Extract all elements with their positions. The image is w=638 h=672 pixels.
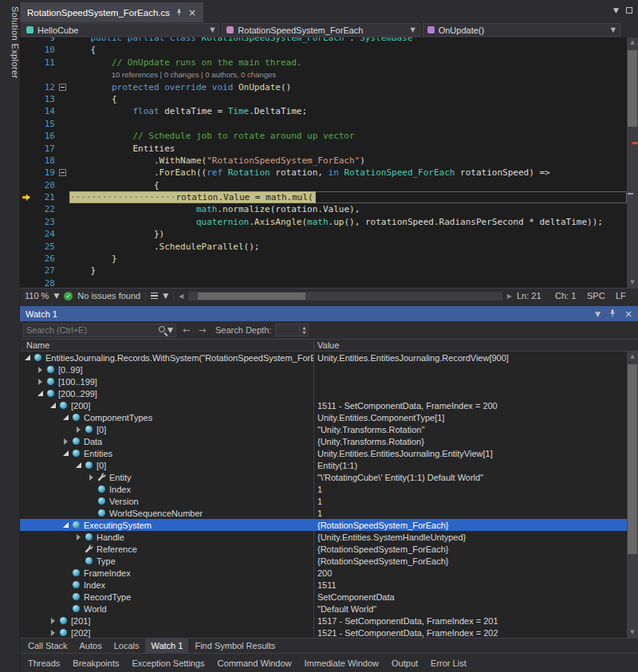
collapse-box-icon[interactable] bbox=[57, 167, 69, 179]
watch-row[interactable]: RecordTypeSetComponentData bbox=[20, 591, 627, 603]
spinner-buttons[interactable]: ▲▼ bbox=[299, 324, 308, 336]
glyph-margin[interactable] bbox=[20, 81, 33, 93]
code-text[interactable]: protected override void OnUpdate() bbox=[69, 81, 627, 93]
expand-icon[interactable] bbox=[73, 534, 83, 540]
code-text[interactable]: quaternion.AxisAngle(math.up(), rotation… bbox=[69, 216, 627, 228]
expand-icon[interactable] bbox=[86, 474, 96, 481]
code-text[interactable]: math.normalize(rotation.Value), bbox=[69, 203, 627, 215]
glyph-margin[interactable] bbox=[20, 253, 33, 265]
zoom-dropdown-icon[interactable]: ▼ bbox=[53, 292, 59, 300]
glyph-margin[interactable] bbox=[20, 155, 33, 167]
watch-value[interactable]: 1 bbox=[314, 485, 627, 494]
watch-value[interactable]: "Unity.Transforms.Rotation" bbox=[314, 425, 627, 434]
solution-explorer-tab[interactable]: Solution Explorer bbox=[0, 0, 20, 79]
watch-value[interactable]: SetComponentData bbox=[314, 592, 627, 602]
watch-row[interactable]: Index1 bbox=[20, 483, 627, 495]
watch-value[interactable]: {RotationSpeedSystem_ForEach} bbox=[314, 544, 627, 554]
expand-icon[interactable] bbox=[35, 367, 45, 373]
watch-value[interactable]: "\'RotatingCube\' Entity(1:1) Default Wo… bbox=[314, 473, 627, 482]
scroll-down-icon[interactable]: ▼ bbox=[627, 277, 638, 288]
code-text[interactable]: } bbox=[69, 265, 627, 277]
watch-value[interactable]: Unity.Entities.EntitiesJournaling.Entity… bbox=[314, 449, 627, 458]
watch-row[interactable]: [201]1517 - SetComponentData, FrameIndex… bbox=[20, 615, 627, 627]
watch-row[interactable]: ExecutingSystem{RotationSpeedSystem_ForE… bbox=[20, 519, 627, 531]
window-position-icon[interactable]: ▼ bbox=[595, 310, 601, 318]
watch-value[interactable]: 200 bbox=[314, 568, 627, 578]
glyph-margin[interactable] bbox=[20, 57, 33, 69]
code-editor[interactable]: 9public partial class RotationSpeedSyste… bbox=[20, 37, 638, 288]
search-options-dropdown-icon[interactable]: ▼ bbox=[167, 326, 173, 334]
scroll-down-icon[interactable]: ▼ bbox=[627, 627, 638, 638]
watch-row[interactable]: EntitiesUnity.Entities.EntitiesJournalin… bbox=[20, 447, 627, 459]
document-health-filter-icon[interactable] bbox=[151, 293, 158, 300]
watch-value[interactable]: {RotationSpeedSystem_ForEach} bbox=[314, 556, 627, 566]
collapse-icon[interactable] bbox=[61, 522, 70, 528]
search-input[interactable] bbox=[26, 325, 158, 335]
window-tab-error-list[interactable]: Error List bbox=[425, 655, 472, 671]
watch-row[interactable]: [200]1511 - SetComponentData, FrameIndex… bbox=[20, 399, 627, 411]
watch-value[interactable]: {Unity.Entities.SystemHandleUntyped} bbox=[314, 532, 627, 542]
expand-icon[interactable] bbox=[48, 618, 57, 624]
code-text[interactable]: Entities bbox=[69, 143, 627, 155]
window-tab-output[interactable]: Output bbox=[386, 655, 423, 671]
watch-value[interactable]: {Unity.Transforms.Rotation} bbox=[314, 437, 627, 446]
column-header-name[interactable]: Name bbox=[20, 340, 314, 351]
collapse-icon[interactable] bbox=[61, 450, 70, 456]
watch-row[interactable]: Version1 bbox=[20, 495, 627, 507]
zoom-level[interactable]: 110 % bbox=[25, 291, 49, 301]
watch-row[interactable]: World"Default World" bbox=[20, 603, 627, 615]
active-files-dropdown-icon[interactable]: ▼ bbox=[613, 6, 619, 14]
code-text[interactable]: 10 references | 0 changes | 0 authors, 0… bbox=[69, 69, 627, 81]
expand-icon[interactable] bbox=[73, 426, 83, 433]
window-tab-threads[interactable]: Threads bbox=[22, 655, 65, 671]
glyph-margin[interactable] bbox=[20, 44, 33, 56]
watch-value[interactable]: Unity.Entities.ComponentType[1] bbox=[314, 413, 627, 422]
spin-down-icon[interactable]: ▼ bbox=[302, 330, 305, 335]
watch-value[interactable]: Entity(1:1) bbox=[314, 461, 627, 470]
watch-row[interactable]: [0..99] bbox=[20, 364, 627, 375]
expand-icon[interactable] bbox=[48, 630, 57, 636]
glyph-margin[interactable] bbox=[20, 265, 33, 277]
glyph-margin[interactable] bbox=[20, 130, 33, 142]
code-text[interactable]: { bbox=[69, 44, 627, 56]
glyph-margin[interactable] bbox=[20, 241, 33, 253]
code-text[interactable]: // OnUpdate runs on the main thread. bbox=[69, 57, 627, 69]
code-text[interactable]: .WithName("RotationSpeedSystem_ForEach") bbox=[69, 155, 627, 167]
code-text[interactable]: } bbox=[69, 253, 627, 265]
pin-icon[interactable] bbox=[175, 8, 183, 18]
code-text[interactable]: public partial class RotationSpeedSystem… bbox=[69, 37, 627, 44]
editor-vertical-scrollbar[interactable]: ▲ ▼ bbox=[627, 37, 638, 288]
scroll-up-icon[interactable]: ▲ bbox=[627, 352, 638, 362]
watch-column-headers[interactable]: Name Value bbox=[20, 339, 638, 352]
collapse-icon[interactable] bbox=[73, 462, 83, 468]
watch-value[interactable]: 1521 - SetComponentData, FrameIndex = 20… bbox=[314, 628, 627, 638]
code-text[interactable]: { bbox=[69, 93, 627, 105]
code-text[interactable]: // Schedule job to rotate around up vect… bbox=[69, 130, 627, 142]
code-text[interactable] bbox=[69, 277, 627, 288]
health-filter-dropdown-icon[interactable]: ▼ bbox=[163, 292, 168, 300]
code-text[interactable]: .ScheduleParallel(); bbox=[69, 241, 627, 253]
glyph-margin[interactable] bbox=[20, 167, 33, 179]
watch-value[interactable]: {RotationSpeedSystem_ForEach} bbox=[314, 521, 627, 530]
scrollbar-thumb[interactable] bbox=[628, 364, 637, 554]
collapse-icon[interactable] bbox=[22, 355, 32, 360]
watch-value[interactable]: Unity.Entities.EntitiesJournaling.Record… bbox=[314, 353, 627, 363]
expand-icon[interactable] bbox=[61, 438, 70, 445]
watch-row[interactable]: [0]Entity(1:1) bbox=[20, 459, 627, 471]
watch-row[interactable]: [100..199] bbox=[20, 375, 627, 387]
watch-value[interactable]: 1511 - SetComponentData, FrameIndex = 20… bbox=[314, 401, 627, 411]
watch-row[interactable]: FrameIndex200 bbox=[20, 567, 627, 579]
collapse-box-icon[interactable] bbox=[57, 81, 69, 93]
watch-row[interactable]: [0]"Unity.Transforms.Rotation" bbox=[20, 423, 627, 435]
window-tab-breakpoints[interactable]: Breakpoints bbox=[67, 655, 124, 671]
pin-icon[interactable] bbox=[608, 309, 616, 319]
navbar-project-dropdown[interactable]: HelloCube ▼ bbox=[22, 23, 219, 37]
navbar-type-dropdown[interactable]: RotationSpeedSystem_ForEach ▼ bbox=[222, 23, 419, 37]
expand-icon[interactable] bbox=[35, 379, 45, 385]
tool-tab-call-stack[interactable]: Call Stack bbox=[22, 639, 73, 653]
glyph-margin[interactable] bbox=[20, 143, 33, 155]
watch-row[interactable]: Data{Unity.Transforms.Rotation} bbox=[20, 435, 627, 447]
glyph-margin[interactable] bbox=[20, 216, 33, 228]
scrollbar-thumb[interactable] bbox=[198, 293, 305, 300]
watch-value[interactable]: 1 bbox=[314, 497, 627, 506]
